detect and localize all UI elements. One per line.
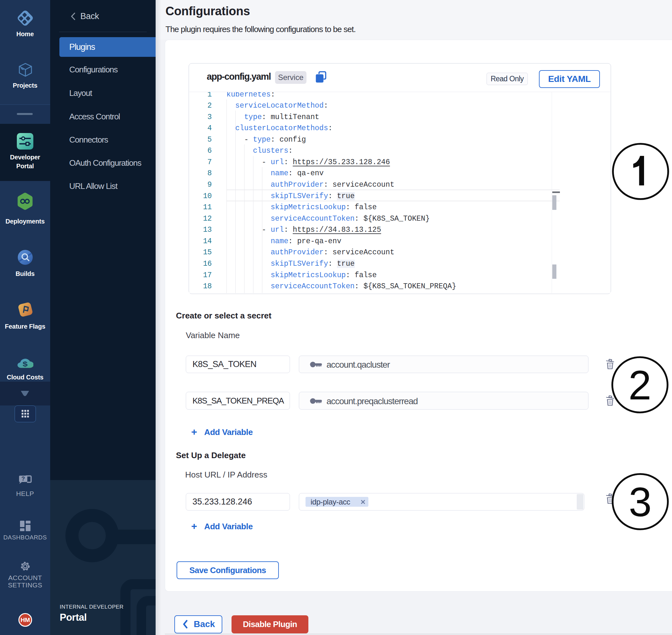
svg-text:2: 2 (628, 362, 651, 408)
svg-text:$: $ (23, 360, 28, 368)
svg-text:3: 3 (629, 479, 652, 525)
svg-text:?: ? (22, 476, 25, 482)
